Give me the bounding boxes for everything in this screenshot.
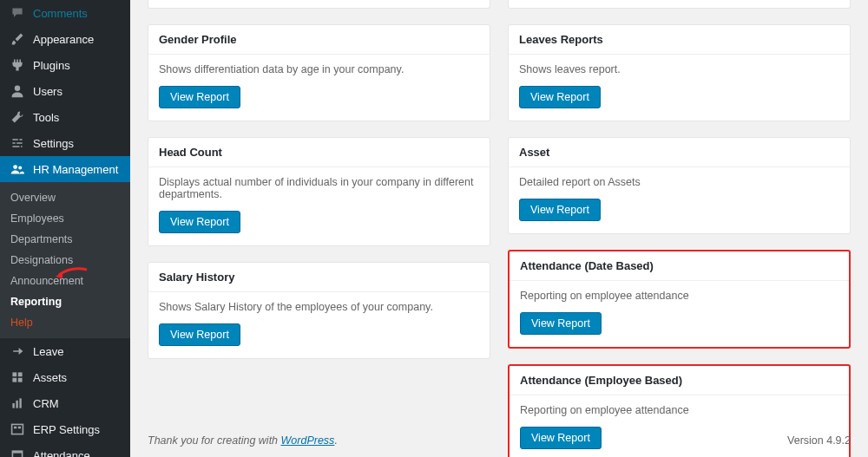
svg-point-0 bbox=[15, 86, 20, 91]
sidebar-item-leave[interactable]: Leave bbox=[0, 338, 130, 364]
view-report-button[interactable]: View Report bbox=[520, 312, 602, 335]
sidebar-item-tools[interactable]: Tools bbox=[0, 104, 130, 130]
svg-rect-4 bbox=[18, 372, 23, 376]
sidebar-item-settings[interactable]: Settings bbox=[0, 130, 130, 156]
card-title: Head Count bbox=[148, 138, 490, 167]
grid-icon bbox=[9, 370, 26, 384]
main-content: Gender Profile Shows differentiation dat… bbox=[130, 0, 868, 457]
admin-footer: Thank you for creating with WordPress. V… bbox=[130, 424, 868, 457]
sliders-icon bbox=[9, 136, 26, 150]
sidebar-item-comments[interactable]: Comments bbox=[0, 0, 130, 26]
svg-rect-6 bbox=[18, 378, 23, 382]
card-head-count: Head Count Displays actual number of ind… bbox=[148, 137, 490, 246]
card-desc: Shows Salary History of the employees of… bbox=[159, 301, 479, 313]
sidebar-item-label: Leave bbox=[33, 345, 63, 358]
svg-rect-11 bbox=[14, 427, 16, 428]
sidebar-item-label: Settings bbox=[33, 137, 74, 150]
wrench-icon bbox=[9, 110, 26, 124]
sub-designations[interactable]: Designations bbox=[0, 250, 130, 271]
wordpress-link[interactable]: WordPress bbox=[281, 434, 335, 447]
sidebar-item-crm[interactable]: CRM bbox=[0, 390, 130, 416]
card-stub bbox=[148, 0, 490, 9]
sidebar-item-erp-settings[interactable]: ERP Settings bbox=[0, 416, 130, 442]
svg-rect-14 bbox=[12, 451, 22, 453]
view-report-button[interactable]: View Report bbox=[159, 323, 240, 346]
card-gender-profile: Gender Profile Shows differentiation dat… bbox=[148, 24, 490, 121]
admin-sidebar: Comments Appearance Plugins Users Tools … bbox=[0, 0, 130, 457]
plug-icon bbox=[9, 58, 26, 72]
view-report-button[interactable]: View Report bbox=[519, 86, 601, 108]
bars-icon bbox=[9, 396, 26, 410]
sidebar-item-hr-management[interactable]: HR Management bbox=[0, 156, 130, 182]
brush-icon bbox=[9, 32, 26, 46]
sidebar-item-label: Users bbox=[33, 85, 62, 98]
card-desc: Shows differentiation data by age in you… bbox=[159, 63, 479, 75]
reports-col-right: Leaves Reports Shows leaves report. View… bbox=[508, 24, 851, 457]
svg-rect-7 bbox=[12, 403, 14, 408]
card-title: Attendance (Date Based) bbox=[510, 251, 849, 281]
card-desc: Detailed report on Assets bbox=[519, 176, 839, 188]
sidebar-item-assets[interactable]: Assets bbox=[0, 364, 130, 390]
card-title: Gender Profile bbox=[148, 25, 490, 55]
card-attendance-date: Attendance (Date Based) Reporting on emp… bbox=[508, 250, 851, 349]
svg-point-1 bbox=[13, 165, 17, 169]
footer-credit: Thank you for creating with WordPress. bbox=[148, 434, 338, 447]
view-report-button[interactable]: View Report bbox=[519, 199, 601, 221]
sidebar-item-attendance[interactable]: Attendance bbox=[0, 442, 130, 457]
comments-icon bbox=[9, 6, 26, 20]
sidebar-item-label: ERP Settings bbox=[33, 423, 100, 436]
card-desc: Displays actual number of individuals in… bbox=[159, 176, 479, 200]
sub-help[interactable]: Help bbox=[0, 312, 130, 333]
svg-rect-3 bbox=[12, 372, 16, 376]
svg-rect-8 bbox=[16, 401, 17, 408]
card-title: Attendance (Employee Based) bbox=[510, 366, 849, 395]
group-icon bbox=[9, 162, 26, 176]
sidebar-item-label: HR Management bbox=[33, 163, 118, 176]
card-desc: Reporting on employee attendance bbox=[520, 290, 838, 302]
card-salary-history: Salary History Shows Salary History of t… bbox=[148, 262, 490, 359]
reports-col-left: Gender Profile Shows differentiation dat… bbox=[148, 24, 490, 457]
sub-overview[interactable]: Overview bbox=[0, 187, 130, 208]
card-desc: Reporting on employee attendance bbox=[520, 404, 838, 416]
sidebar-item-plugins[interactable]: Plugins bbox=[0, 52, 130, 78]
version-text: Version 4.9.2 bbox=[787, 434, 851, 447]
sub-departments[interactable]: Departments bbox=[0, 229, 130, 250]
sidebar-item-label: Comments bbox=[33, 7, 88, 20]
view-report-button[interactable]: View Report bbox=[159, 86, 240, 108]
card-leaves-reports: Leaves Reports Shows leaves report. View… bbox=[508, 24, 851, 121]
arrow-right-icon bbox=[9, 344, 26, 358]
sidebar-item-label: Tools bbox=[33, 111, 59, 124]
sidebar-item-label: Plugins bbox=[33, 59, 70, 72]
user-icon bbox=[9, 84, 26, 98]
card-title: Asset bbox=[509, 138, 850, 167]
card-stub bbox=[508, 0, 851, 9]
card-title: Leaves Reports bbox=[509, 25, 850, 55]
svg-rect-5 bbox=[12, 378, 16, 382]
sub-announcement[interactable]: Announcement bbox=[0, 271, 130, 291]
sidebar-item-label: CRM bbox=[33, 397, 59, 410]
calendar-icon bbox=[9, 448, 26, 457]
view-report-button[interactable]: View Report bbox=[159, 211, 240, 233]
card-title: Salary History bbox=[148, 263, 490, 292]
svg-point-2 bbox=[18, 166, 22, 169]
sub-reporting[interactable]: Reporting bbox=[0, 291, 130, 312]
svg-rect-9 bbox=[19, 398, 21, 408]
card-asset: Asset Detailed report on Assets View Rep… bbox=[508, 137, 851, 234]
sidebar-item-label: Attendance bbox=[33, 449, 90, 458]
panel-icon bbox=[9, 422, 26, 436]
sidebar-item-label: Assets bbox=[33, 371, 67, 384]
sidebar-item-appearance[interactable]: Appearance bbox=[0, 26, 130, 52]
svg-rect-12 bbox=[18, 427, 21, 428]
sidebar-item-users[interactable]: Users bbox=[0, 78, 130, 104]
card-desc: Shows leaves report. bbox=[519, 63, 839, 75]
sub-employees[interactable]: Employees bbox=[0, 208, 130, 229]
svg-rect-10 bbox=[12, 424, 23, 434]
sidebar-item-label: Appearance bbox=[33, 33, 94, 46]
hr-submenu: Overview Employees Departments Designati… bbox=[0, 182, 130, 338]
